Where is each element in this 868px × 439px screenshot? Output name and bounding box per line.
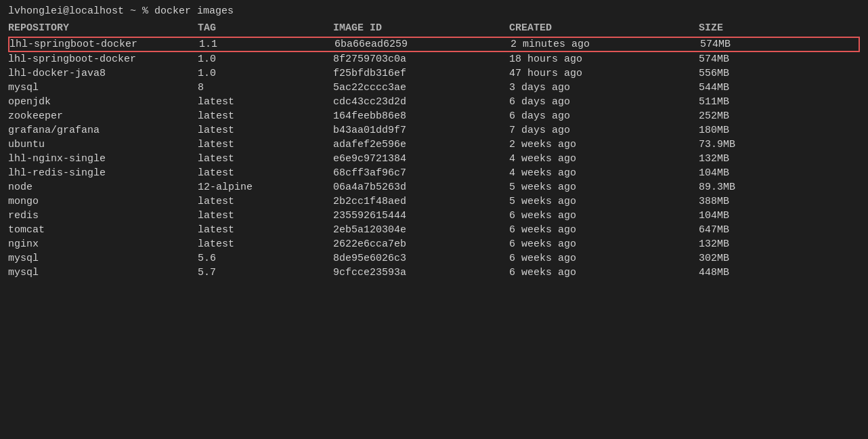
cell-tag: latest	[198, 139, 333, 150]
cell-tag: latest	[198, 224, 333, 236]
cell-size: 647MB	[699, 224, 780, 236]
cell-created: 6 days ago	[509, 110, 699, 122]
header-repo: REPOSITORY	[8, 22, 198, 34]
cell-repo: lhl-springboot-docker	[8, 54, 198, 65]
cell-created: 6 weeks ago	[509, 267, 699, 278]
cell-image-id: 235592615444	[333, 210, 509, 222]
cell-tag: latest	[198, 110, 333, 122]
table-row: lhl-springboot-docker 1.0 8f2759703c0a 1…	[8, 52, 860, 66]
cell-repo: mysql	[8, 82, 198, 93]
cell-repo: node	[8, 182, 198, 193]
cell-repo: lhl-springboot-docker	[9, 39, 199, 50]
header-tag: TAG	[198, 22, 333, 34]
cell-created: 3 days ago	[509, 82, 699, 93]
cell-size: 252MB	[699, 110, 780, 122]
cell-created: 6 weeks ago	[509, 253, 699, 264]
cell-tag: latest	[198, 196, 333, 207]
header-image-id: IMAGE ID	[333, 22, 509, 34]
cell-tag: latest	[198, 125, 333, 136]
cell-tag: 8	[198, 82, 333, 93]
table-body: lhl-springboot-docker 1.1 6ba66ead6259 2…	[8, 37, 860, 280]
cell-size: 388MB	[699, 196, 780, 207]
cell-size: 556MB	[699, 68, 780, 79]
cell-created: 6 days ago	[509, 96, 699, 108]
cell-size: 544MB	[699, 82, 780, 93]
cell-image-id: 68cff3af96c7	[333, 167, 509, 179]
terminal: lvhonglei@localhost ~ % docker images RE…	[0, 0, 868, 439]
cell-size: 574MB	[699, 54, 780, 65]
table-row: lhl-docker-java8 1.0 f25bfdb316ef 47 hou…	[8, 66, 860, 81]
table-row: mysql 5.7 9cfcce23593a 6 weeks ago 448MB	[8, 266, 860, 280]
cell-size: 448MB	[699, 267, 780, 278]
table-row: mongo latest 2b2cc1f48aed 5 weeks ago 38…	[8, 194, 860, 209]
cell-repo: ubuntu	[8, 139, 198, 150]
cell-repo: zookeeper	[8, 110, 198, 122]
table-row: zookeeper latest 164feebb86e8 6 days ago…	[8, 109, 860, 123]
table-row: tomcat latest 2eb5a120304e 6 weeks ago 6…	[8, 223, 860, 237]
cell-image-id: 2622e6cca7eb	[333, 238, 509, 250]
cell-repo: nginx	[8, 238, 198, 250]
cell-image-id: 5ac22cccc3ae	[333, 82, 509, 93]
table-row: grafana/grafana latest b43aa01dd9f7 7 da…	[8, 123, 860, 138]
cell-created: 6 weeks ago	[509, 238, 699, 250]
cell-size: 302MB	[699, 253, 780, 264]
cell-tag: latest	[198, 96, 333, 108]
cell-size: 511MB	[699, 96, 780, 108]
cell-image-id: 2b2cc1f48aed	[333, 196, 509, 207]
cell-size: 73.9MB	[699, 139, 780, 150]
table-header: REPOSITORY TAG IMAGE ID CREATED SIZE	[8, 21, 860, 35]
cell-image-id: 8f2759703c0a	[333, 54, 509, 65]
cell-size: 132MB	[699, 153, 780, 165]
cell-size: 574MB	[700, 39, 781, 50]
table-row: openjdk latest cdc43cc23d2d 6 days ago 5…	[8, 95, 860, 109]
cell-repo: openjdk	[8, 96, 198, 108]
cell-created: 47 hours ago	[509, 68, 699, 79]
cell-tag: 5.6	[198, 253, 333, 264]
cell-repo: mysql	[8, 253, 198, 264]
cell-tag: 1.0	[198, 54, 333, 65]
table-row: mysql 8 5ac22cccc3ae 3 days ago 544MB	[8, 81, 860, 95]
table-row: lhl-springboot-docker 1.1 6ba66ead6259 2…	[8, 37, 860, 52]
table-row: node 12-alpine 06a4a7b5263d 5 weeks ago …	[8, 180, 860, 194]
cell-created: 5 weeks ago	[509, 182, 699, 193]
cell-image-id: adafef2e596e	[333, 139, 509, 150]
cell-image-id: f25bfdb316ef	[333, 68, 509, 79]
cell-image-id: b43aa01dd9f7	[333, 125, 509, 136]
cell-size: 104MB	[699, 210, 780, 222]
table-row: redis latest 235592615444 6 weeks ago 10…	[8, 209, 860, 223]
cell-repo: grafana/grafana	[8, 125, 198, 136]
cell-tag: latest	[198, 238, 333, 250]
cell-repo: lhl-nginx-single	[8, 153, 198, 165]
table-row: mysql 5.6 8de95e6026c3 6 weeks ago 302MB	[8, 251, 860, 266]
header-size: SIZE	[699, 22, 780, 34]
cell-image-id: cdc43cc23d2d	[333, 96, 509, 108]
cell-tag: latest	[198, 167, 333, 179]
cell-tag: 5.7	[198, 267, 333, 278]
cell-image-id: 06a4a7b5263d	[333, 182, 509, 193]
command-line: lvhonglei@localhost ~ % docker images	[8, 5, 860, 17]
cell-repo: tomcat	[8, 224, 198, 236]
cell-tag: 1.0	[198, 68, 333, 79]
cell-created: 6 weeks ago	[509, 210, 699, 222]
cell-created: 2 weeks ago	[509, 139, 699, 150]
cell-tag: 12-alpine	[198, 182, 333, 193]
cell-repo: mongo	[8, 196, 198, 207]
cell-created: 18 hours ago	[509, 54, 699, 65]
table-row: lhl-nginx-single latest e6e9c9721384 4 w…	[8, 152, 860, 166]
cell-image-id: 164feebb86e8	[333, 110, 509, 122]
cell-tag: latest	[198, 210, 333, 222]
cell-image-id: e6e9c9721384	[333, 153, 509, 165]
table-row: lhl-redis-single latest 68cff3af96c7 4 w…	[8, 166, 860, 180]
cell-created: 4 weeks ago	[509, 153, 699, 165]
table-row: ubuntu latest adafef2e596e 2 weeks ago 7…	[8, 138, 860, 152]
cell-size: 132MB	[699, 238, 780, 250]
cell-repo: mysql	[8, 267, 198, 278]
cell-created: 2 minutes ago	[511, 39, 700, 50]
cell-size: 89.3MB	[699, 182, 780, 193]
cell-image-id: 6ba66ead6259	[334, 39, 511, 50]
cell-repo: lhl-docker-java8	[8, 68, 198, 79]
cell-repo: lhl-redis-single	[8, 167, 198, 179]
cell-image-id: 9cfcce23593a	[333, 267, 509, 278]
cell-size: 180MB	[699, 125, 780, 136]
cell-created: 7 days ago	[509, 125, 699, 136]
